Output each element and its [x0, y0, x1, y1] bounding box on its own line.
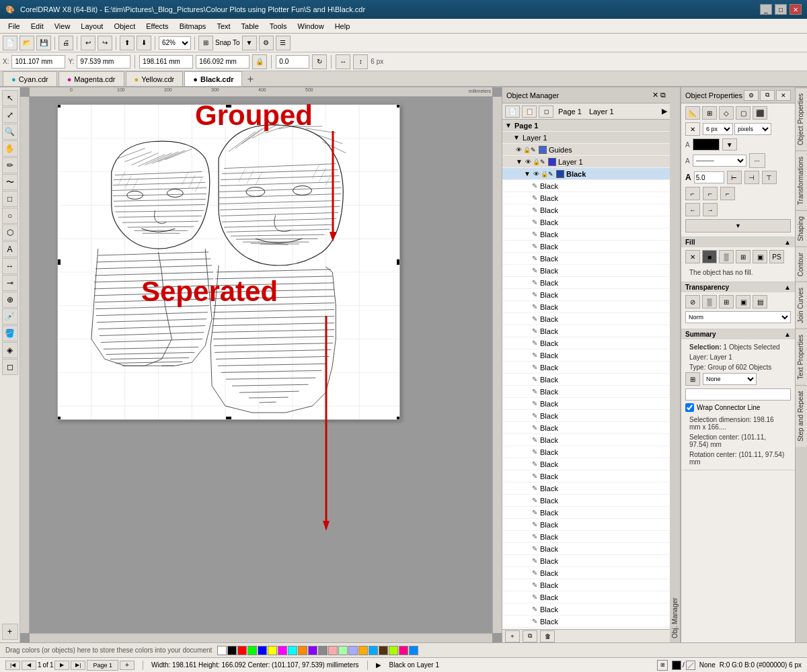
- tree-guides[interactable]: 👁🔒✎ Guides: [502, 144, 670, 156]
- freehand-pick-tool[interactable]: ⤢: [2, 107, 18, 123]
- tree-item-25[interactable]: ✎Black: [502, 482, 670, 495]
- outline-arrow-end[interactable]: →: [703, 203, 718, 216]
- palette-red[interactable]: [237, 646, 247, 655]
- fill-solid-btn[interactable]: ■: [702, 250, 717, 263]
- tree-item-27[interactable]: ✎Black: [502, 507, 670, 519]
- transparency-mode-dropdown[interactable]: Norm: [685, 311, 791, 323]
- zoom-dropdown[interactable]: 62%50%100%: [159, 36, 191, 50]
- tree-item-10[interactable]: ✎Black: [502, 301, 670, 313]
- tree-item-11[interactable]: ✎Black: [502, 313, 670, 325]
- obj-props-float[interactable]: ⧉: [760, 90, 775, 101]
- x-input[interactable]: [11, 55, 65, 69]
- handle-bm[interactable]: [226, 417, 231, 420]
- outline-cap-btn3[interactable]: ⊤: [762, 171, 777, 184]
- snap-button[interactable]: ⊞: [198, 36, 213, 50]
- palette-orange[interactable]: [298, 646, 307, 655]
- palette-lime[interactable]: [389, 646, 398, 655]
- side-tab-join-curves[interactable]: Join Curves: [796, 282, 807, 329]
- palette-purple[interactable]: [308, 646, 317, 655]
- tab-magenta[interactable]: ● Magenta.cdr: [59, 71, 124, 86]
- eyedropper-tool[interactable]: 💉: [2, 308, 18, 325]
- smart-fill-tool[interactable]: ◈: [2, 342, 18, 358]
- tree-item-24[interactable]: ✎Black: [502, 470, 670, 482]
- palette-amber[interactable]: [358, 646, 368, 655]
- outline-unit-dropdown[interactable]: pixels: [734, 123, 771, 135]
- polygon-tool[interactable]: ⬡: [2, 224, 18, 241]
- tree-item-23[interactable]: ✎Black: [502, 458, 670, 470]
- close-button[interactable]: ✕: [790, 4, 802, 15]
- menu-edit[interactable]: Edit: [26, 21, 49, 32]
- tree-item-30[interactable]: ✎Black: [502, 543, 670, 555]
- obj-mgr-float[interactable]: ⧉: [660, 91, 666, 99]
- pointer-tool[interactable]: ↖: [2, 90, 18, 106]
- add-page-status-btn[interactable]: +: [120, 661, 134, 670]
- outline-type-btn2[interactable]: ⊞: [702, 106, 717, 120]
- print-button[interactable]: 🖨: [59, 36, 73, 50]
- side-tab-step-and-repeat[interactable]: Step and Repeat: [796, 385, 807, 447]
- text-tool[interactable]: A: [2, 241, 18, 257]
- tree-item-6[interactable]: ✎Black: [502, 253, 670, 265]
- tree-item-14[interactable]: ✎Black: [502, 349, 670, 362]
- curve-tool[interactable]: ✏: [2, 157, 18, 173]
- outline-join-btn2[interactable]: ⌐: [703, 187, 718, 200]
- pan-tool[interactable]: ✋: [2, 140, 18, 157]
- wrap-icon-btn[interactable]: ⊞: [685, 372, 700, 386]
- wrap-offset-input[interactable]: [685, 388, 791, 401]
- obj-mgr-close[interactable]: ✕: [652, 91, 658, 99]
- join-curves-btn[interactable]: ▼: [685, 219, 791, 233]
- tree-item-31[interactable]: ✎Black: [502, 555, 670, 567]
- obj-nav-duplicate[interactable]: ⧉: [523, 630, 537, 642]
- outline-join-btn3[interactable]: ⌐: [720, 187, 735, 200]
- palette-sky[interactable]: [409, 646, 418, 655]
- fill-none-btn[interactable]: ✕: [685, 250, 700, 263]
- tree-item-17[interactable]: ✎Black: [502, 386, 670, 398]
- mirror-v-button[interactable]: ↕: [353, 54, 368, 69]
- outline-join-btn1[interactable]: ⌐: [685, 187, 700, 200]
- tree-item-12[interactable]: ✎Black: [502, 325, 670, 337]
- handle-ml[interactable]: [57, 259, 61, 265]
- outline-color-dropdown[interactable]: ▼: [722, 138, 737, 151]
- tree-item-26[interactable]: ✎Black: [502, 495, 670, 507]
- palette-blue[interactable]: [258, 646, 267, 655]
- options-button[interactable]: ⚙: [259, 36, 274, 50]
- fill-ps-btn[interactable]: PS: [769, 250, 784, 263]
- tree-item-20[interactable]: ✎Black: [502, 422, 670, 434]
- palette-azure[interactable]: [369, 646, 378, 655]
- tree-item-21[interactable]: ✎Black: [502, 434, 670, 446]
- handle-br[interactable]: [397, 417, 400, 420]
- obj-mgr-obj-btn[interactable]: ◻: [539, 106, 553, 118]
- palette-yellow[interactable]: [268, 646, 277, 655]
- tree-layer1-top[interactable]: ▼ Layer 1: [502, 132, 670, 144]
- tree-item-18[interactable]: ✎Black: [502, 398, 670, 410]
- side-tab-text-props[interactable]: Text Properties: [796, 329, 807, 385]
- tree-item-29[interactable]: ✎Black: [502, 531, 670, 543]
- tree-item-4[interactable]: ✎Black: [502, 228, 670, 241]
- outline-x-btn[interactable]: ✕: [685, 122, 700, 136]
- width-input[interactable]: [139, 55, 193, 69]
- tree-item-36[interactable]: ✎Black: [502, 616, 670, 628]
- new-button[interactable]: 📄: [3, 36, 17, 50]
- tree-item-1[interactable]: ✎Black: [502, 192, 670, 204]
- palette-white[interactable]: [217, 646, 227, 655]
- object-manager-tree[interactable]: ▼ Page 1 ▼ Layer 1 👁🔒✎ Guides ▼ 👁🔒✎: [502, 120, 670, 629]
- palette-lightblue[interactable]: [348, 646, 358, 655]
- handle-bl[interactable]: [57, 417, 61, 420]
- save-button[interactable]: 💾: [36, 36, 51, 50]
- fill-pattern-btn[interactable]: ⊞: [736, 250, 751, 263]
- fill-tool[interactable]: 🪣: [2, 325, 18, 341]
- obj-props-settings[interactable]: ⚙: [744, 90, 759, 101]
- outline-type-btn3[interactable]: ◇: [719, 106, 734, 120]
- connector-tool[interactable]: ⊸: [2, 275, 18, 291]
- palette-brown[interactable]: [379, 646, 388, 655]
- outline-size-input[interactable]: 6 px: [703, 123, 733, 135]
- menu-effects[interactable]: Effects: [141, 21, 174, 32]
- tree-item-32[interactable]: ✎Black: [502, 567, 670, 579]
- trans-btn4[interactable]: ▣: [736, 295, 751, 308]
- side-tab-shaping[interactable]: Shaping: [796, 210, 807, 247]
- menu-text[interactable]: Text: [211, 21, 235, 32]
- trans-btn2[interactable]: ▒: [702, 295, 717, 308]
- obj-nav-delete[interactable]: 🗑: [540, 630, 555, 642]
- menu-tools[interactable]: Tools: [264, 21, 293, 32]
- tab-yellow[interactable]: ● Yellow.cdr: [126, 71, 184, 86]
- tree-layer1[interactable]: ▼ 👁🔒✎ Layer 1: [502, 156, 670, 168]
